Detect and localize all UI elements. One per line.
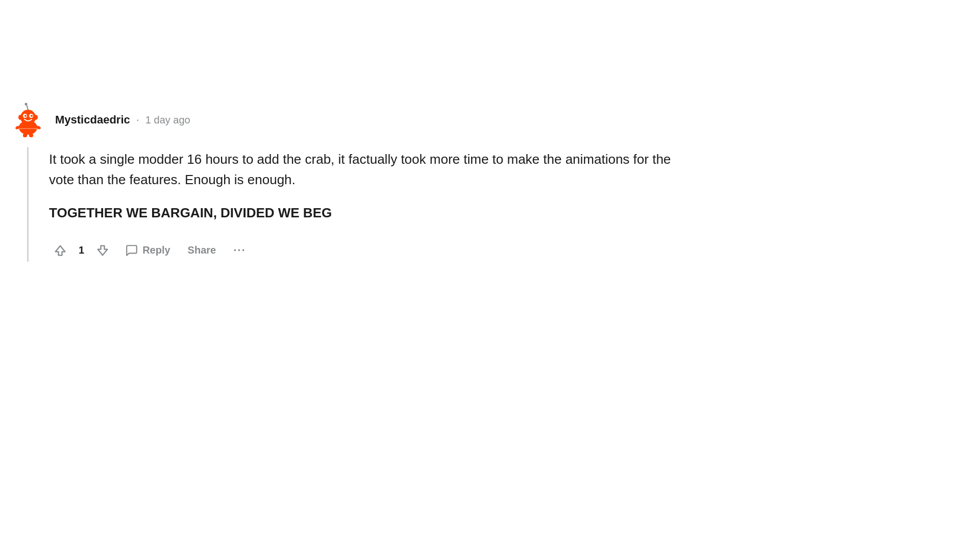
- thread-line: [27, 147, 29, 262]
- avatar: [10, 102, 46, 138]
- upvote-button[interactable]: [49, 239, 71, 262]
- svg-point-1: [20, 110, 36, 125]
- comment-paragraph-1: It took a single modder 16 hours to add …: [49, 149, 699, 190]
- svg-point-4: [24, 115, 27, 117]
- reply-button[interactable]: Reply: [119, 240, 176, 261]
- comment-paragraph-2: TOGETHER WE BARGAIN, DIVIDED WE BEG: [49, 203, 699, 223]
- svg-point-9: [25, 103, 28, 106]
- comment-meta: Mysticdaedric · 1 day ago: [55, 113, 190, 127]
- more-options-button[interactable]: ···: [227, 240, 252, 261]
- svg-line-8: [27, 105, 28, 110]
- share-button[interactable]: Share: [182, 240, 223, 260]
- comment-header: Mysticdaedric · 1 day ago: [10, 102, 699, 138]
- svg-rect-10: [23, 134, 27, 137]
- comment-text: It took a single modder 16 hours to add …: [49, 149, 699, 223]
- downvote-button[interactable]: [91, 239, 114, 262]
- reply-label: Reply: [142, 244, 170, 256]
- svg-point-6: [18, 115, 22, 120]
- separator-dot: ·: [136, 113, 139, 127]
- comment-block: Mysticdaedric · 1 day ago It took a sing…: [0, 82, 715, 282]
- comment-content: It took a single modder 16 hours to add …: [49, 147, 699, 262]
- timestamp: 1 day ago: [145, 114, 190, 126]
- svg-point-5: [31, 115, 33, 117]
- comment-actions: 1 Reply Share ···: [49, 239, 699, 262]
- svg-point-7: [34, 115, 38, 120]
- more-dots: ···: [233, 244, 246, 257]
- username: Mysticdaedric: [55, 113, 130, 127]
- comment-body: It took a single modder 16 hours to add …: [10, 147, 699, 262]
- share-label: Share: [188, 244, 216, 256]
- svg-rect-11: [29, 134, 33, 137]
- vote-count: 1: [77, 244, 86, 256]
